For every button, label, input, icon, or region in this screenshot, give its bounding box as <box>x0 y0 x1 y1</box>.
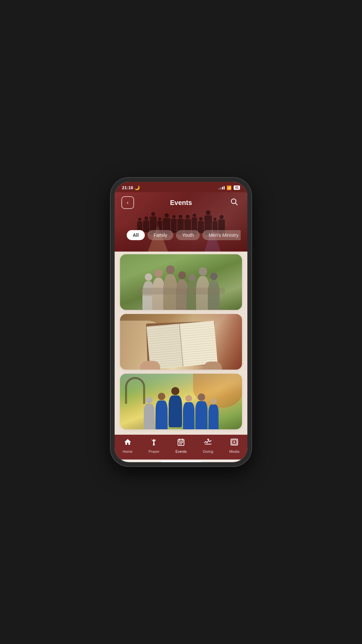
home-icon <box>124 438 132 448</box>
event-image-paintball <box>120 254 242 310</box>
events-icon <box>177 438 185 448</box>
svg-rect-10 <box>181 443 182 444</box>
event-card-paintball[interactable]: Young Adults Paint Ball <box>120 254 242 310</box>
event-image-retreat <box>120 374 242 429</box>
back-icon: ‹ <box>127 200 128 206</box>
nav-giving-label: Giving <box>203 449 213 453</box>
nav-prayer-label: Prayer <box>148 449 159 453</box>
svg-rect-8 <box>182 442 183 443</box>
filter-chip-youth[interactable]: Youth <box>176 230 200 240</box>
search-button[interactable] <box>228 196 241 209</box>
time-display: 21:16 <box>122 185 133 190</box>
status-left: 21:16 🌙 <box>122 185 140 190</box>
back-button[interactable]: ‹ <box>121 196 134 209</box>
page-title: Events <box>170 199 192 207</box>
events-list: Young Adults Paint Ball <box>115 252 247 435</box>
filter-all-label: All <box>133 232 139 238</box>
nav-events-label: Events <box>175 449 187 453</box>
nav-media-label: Media <box>229 449 239 453</box>
nav-home-label: Home <box>123 449 132 453</box>
event-card-bible[interactable]: Bible Study <box>120 314 242 370</box>
filter-section: All Family Youth Men's Ministry Adult T <box>121 230 241 245</box>
filter-chip-family[interactable]: Family <box>147 230 173 240</box>
moon-icon: 🌙 <box>134 185 140 190</box>
svg-rect-6 <box>179 442 180 443</box>
phone-frame: 21:16 🌙 📶 41 ‹ <box>111 178 251 466</box>
header-nav: ‹ Events <box>121 196 241 209</box>
signal-bar-2 <box>220 187 221 190</box>
nav-prayer[interactable]: Prayer <box>148 438 159 453</box>
filter-mens-label: Men's Ministry <box>208 232 238 238</box>
battery-display: 41 <box>234 185 240 190</box>
event-card-retreat[interactable]: Faith Building Retreat <box>120 374 242 429</box>
prayer-icon <box>150 438 158 448</box>
filter-chip-all[interactable]: All <box>127 230 145 240</box>
status-bar: 21:16 🌙 📶 41 <box>115 182 247 192</box>
nav-home[interactable]: Home <box>123 438 132 453</box>
nav-events[interactable]: Events <box>175 438 187 453</box>
filter-youth-label: Youth <box>182 232 194 238</box>
event-image-bible <box>120 314 242 370</box>
nav-giving[interactable]: Giving <box>203 438 213 453</box>
filter-family-label: Family <box>154 232 167 238</box>
signal-bar-4 <box>224 186 225 190</box>
svg-rect-9 <box>179 443 180 444</box>
phone-screen: 21:16 🌙 📶 41 ‹ <box>115 182 247 462</box>
search-icon <box>231 198 238 207</box>
signal-bar-1 <box>219 188 220 190</box>
svg-line-1 <box>236 203 238 205</box>
filter-chip-mens[interactable]: Men's Ministry <box>202 230 241 240</box>
nav-media[interactable]: Media <box>229 438 239 453</box>
giving-icon <box>204 438 213 448</box>
media-icon <box>230 438 238 448</box>
signal-bar-3 <box>222 187 223 190</box>
status-right: 📶 41 <box>219 185 240 190</box>
signal-bars <box>219 186 225 190</box>
header: ‹ Events <box>115 192 247 252</box>
bottom-nav: Home Prayer <box>115 435 247 460</box>
svg-rect-7 <box>181 442 182 443</box>
bottom-indicator <box>161 461 201 462</box>
wifi-icon: 📶 <box>227 185 232 190</box>
svg-marker-13 <box>234 441 236 443</box>
filter-scroll: All Family Youth Men's Ministry Adult T <box>121 230 241 245</box>
